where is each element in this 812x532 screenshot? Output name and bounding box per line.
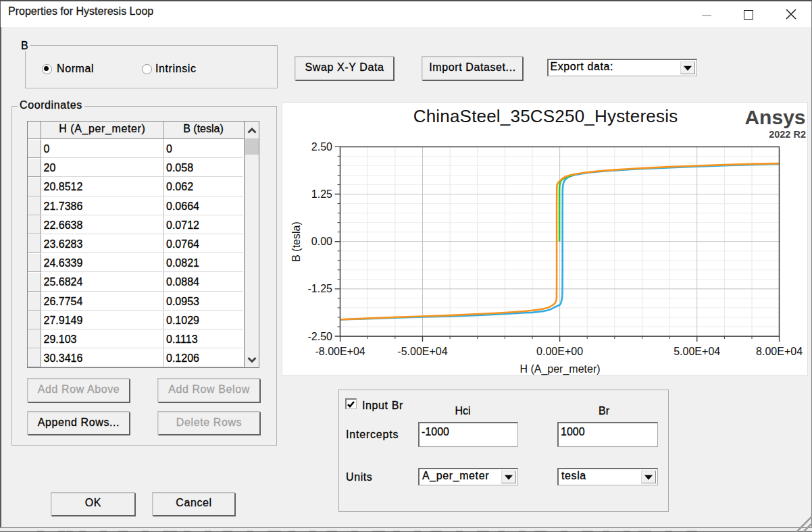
svg-text:5.00E+04: 5.00E+04 — [674, 346, 720, 357]
svg-text:1.25: 1.25 — [311, 188, 332, 200]
svg-text:H (A_per_meter): H (A_per_meter) — [519, 363, 600, 375]
svg-text:B (tesla): B (tesla) — [290, 221, 302, 262]
svg-text:-2.50: -2.50 — [308, 331, 333, 342]
svg-text:Ansys: Ansys — [744, 106, 805, 128]
svg-text:2022 R2: 2022 R2 — [769, 129, 806, 140]
svg-text:-8.00E+04: -8.00E+04 — [315, 346, 365, 357]
svg-text:8.00E+04: 8.00E+04 — [756, 346, 803, 357]
svg-text:ChinaSteel_35CS250_Hysteresis: ChinaSteel_35CS250_Hysteresis — [413, 106, 678, 126]
svg-text:2.50: 2.50 — [311, 141, 332, 153]
svg-text:-5.00E+04: -5.00E+04 — [397, 346, 447, 357]
svg-text:0.00E+00: 0.00E+00 — [536, 346, 583, 357]
svg-text:-1.25: -1.25 — [308, 283, 333, 294]
svg-text:0.00: 0.00 — [311, 236, 332, 247]
